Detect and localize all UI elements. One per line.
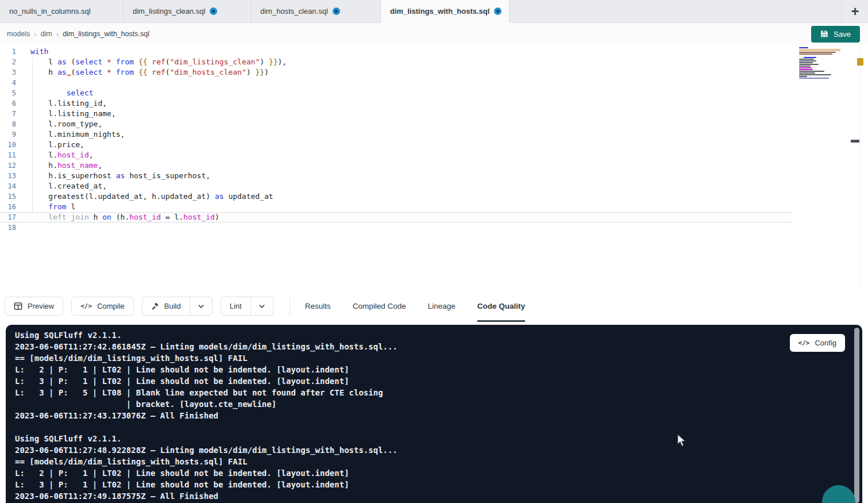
tab-no-nulls-in-columns[interactable]: no_nulls_in_columns.sql [0,0,124,22]
tab-code-quality-label: Code Quality [477,302,525,310]
hammer-icon [151,302,159,310]
code-line-15[interactable]: 15 greatest(l.updated_at, h.updated_at) … [0,191,793,202]
preview-button[interactable]: Preview [5,297,63,316]
line-number: 7 [0,109,30,119]
unsaved-changes-icon [494,7,501,15]
chevron-right-icon: › [34,30,36,39]
code-line-11[interactable]: 11 l.host_id, [0,150,793,160]
breadcrumb-dim[interactable]: dim [41,30,52,38]
result-tabs: Results Compiled Code Lineage Code Quali… [305,290,525,322]
code-line-9[interactable]: 9 l.minimum_nights, [0,129,793,140]
terminal-scrollbar[interactable] [854,328,859,503]
tab-results-label: Results [305,302,331,310]
table-grid-icon [14,302,22,310]
lint-dropdown-button[interactable] [250,297,273,315]
compile-button[interactable]: </> Compile [71,297,134,316]
chevron-right-icon: › [56,30,59,39]
code-line-12[interactable]: 12 h.host_name, [0,160,793,171]
tab-label: dim_listings_clean.sql [133,7,205,16]
tab-lineage-label: Lineage [428,302,456,310]
divider [290,297,290,316]
lint-button-label: Lint [230,302,242,310]
build-dropdown-button[interactable] [190,297,212,315]
line-number: 16 [0,202,30,212]
line-number: 8 [0,119,30,129]
code-line-3[interactable]: 3 h as (select * from {{ ref("dim_hosts_… [0,67,793,78]
lint-warning-marker[interactable] [857,58,863,66]
chevron-down-icon [198,303,205,310]
file-tab-bar: no_nulls_in_columns.sql dim_listings_cle… [0,0,868,23]
code-line-13[interactable]: 13 h.is_superhost as host_is_superhost, [0,171,793,181]
code-line-18[interactable]: 18 [0,222,793,233]
breadcrumb-current-file: dim_listings_with_hosts.sql [63,30,149,38]
code-line-16[interactable]: 16 from l [0,202,793,212]
tab-label: no_nulls_in_columns.sql [9,7,91,16]
tab-compiled-code-label: Compiled Code [353,302,406,310]
unsaved-changes-icon [210,7,217,15]
code-line-5[interactable]: 5 select [0,88,793,98]
editor-scrollbar-track[interactable] [860,45,861,290]
code-line-1[interactable]: 1with [0,47,793,57]
config-button-label: Config [815,339,836,347]
code-tag-icon: </> [798,339,810,347]
tab-label: dim_hosts_clean.sql [260,7,328,16]
plus-icon: + [851,5,859,18]
line-number: 4 [0,78,30,88]
code-line-7[interactable]: 7 l.listing_name, [0,109,793,119]
tab-lineage[interactable]: Lineage [428,290,456,322]
build-button-label: Build [164,302,181,310]
line-number: 10 [0,140,30,150]
line-number: 5 [0,88,30,98]
config-button[interactable]: </> Config [790,334,845,352]
tab-label: dim_listings_with_hosts.sql [390,7,489,16]
tab-results[interactable]: Results [305,290,331,322]
minimap-highlight [799,49,840,51]
code-line-4[interactable]: 4 [0,78,793,88]
preview-button-label: Preview [28,302,54,310]
line-number: 18 [0,222,30,233]
code-area[interactable]: 1with2 l as (select * from {{ ref("dim_l… [0,47,793,233]
code-line-2[interactable]: 2 l as (select * from {{ ref("dim_listin… [0,57,793,67]
tab-dim-listings-clean[interactable]: dim_listings_clean.sql [124,0,251,22]
line-number: 14 [0,181,30,191]
code-line-10[interactable]: 10 l.price, [0,140,793,150]
build-button[interactable]: Build [142,297,190,315]
code-line-8[interactable]: 8 l.room_type, [0,119,793,129]
lint-button[interactable]: Lint [221,297,250,315]
lint-button-group: Lint [221,297,273,316]
unsaved-changes-icon [333,7,340,15]
line-number: 12 [0,160,30,171]
new-tab-button[interactable]: + [842,0,868,23]
line-number: 3 [0,67,30,78]
line-number: 17 [0,212,30,222]
line-number: 1 [0,47,30,57]
line-number: 13 [0,171,30,181]
file-header-bar: models › dim › dim_listings_with_hosts.s… [0,23,868,45]
line-number: 15 [0,191,30,202]
line-number: 11 [0,150,30,160]
lint-output-terminal: Using SQLFluff v2.1.1. 2023-06-06T11:27:… [6,325,862,503]
tab-dim-hosts-clean[interactable]: dim_hosts_clean.sql [251,0,381,22]
sql-code-editor[interactable]: 1with2 l as (select * from {{ ref("dim_l… [0,45,868,290]
save-button[interactable]: Save [811,26,860,43]
code-line-14[interactable]: 14 l.created_at, [0,181,793,191]
code-tag-icon: </> [80,302,92,310]
line-number: 2 [0,57,30,67]
build-button-group: Build [142,297,213,316]
minimap[interactable] [799,47,840,79]
floppy-disk-icon [820,30,828,38]
code-line-6[interactable]: 6 l.listing_id, [0,98,793,109]
terminal-output: Using SQLFluff v2.1.1. 2023-06-06T11:27:… [6,325,862,503]
breadcrumb: models › dim › dim_listings_with_hosts.s… [7,30,149,39]
action-bar: Preview </> Compile Build Lint [0,290,868,322]
tab-code-quality[interactable]: Code Quality [477,290,525,322]
line-number: 9 [0,129,30,140]
code-line-17[interactable]: 17 left join h on (h.host_id = l.host_id… [0,212,793,222]
tab-compiled-code[interactable]: Compiled Code [353,290,406,322]
breadcrumb-models[interactable]: models [7,30,30,38]
chevron-down-icon [259,303,265,310]
scroll-position-marker [851,140,859,143]
line-number: 6 [0,98,30,109]
tab-dim-listings-with-hosts[interactable]: dim_listings_with_hosts.sql [381,0,510,22]
save-button-label: Save [834,30,851,39]
